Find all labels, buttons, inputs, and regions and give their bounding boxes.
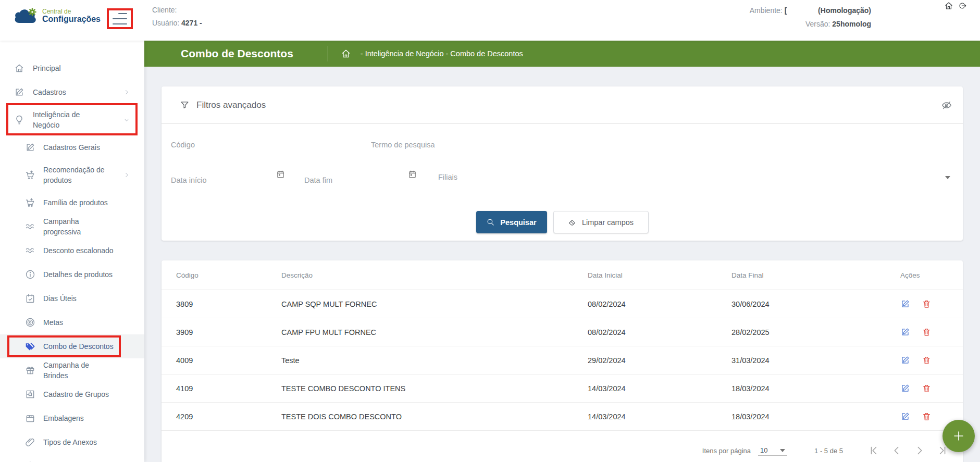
sidebar-item-cadastro-de-grupos[interactable]: Cadastro de Grupos xyxy=(0,382,144,406)
table-row[interactable]: 4209 TESTE DOIS COMBO DESCONTO 14/03/202… xyxy=(162,403,963,431)
tag-icon xyxy=(25,341,35,352)
items-per-page-select[interactable]: 10 xyxy=(758,445,787,456)
dropdown-caret-icon[interactable] xyxy=(945,176,950,179)
edit-icon[interactable] xyxy=(900,355,910,365)
cell-codigo: 4009 xyxy=(176,356,281,365)
table-row[interactable]: 4109 TESTE COMBO DESCONTO ITENS 14/03/20… xyxy=(162,374,963,403)
sidebar-item-tipos-de-anexos[interactable]: Tipos de Anexos xyxy=(0,430,144,454)
sidebar-item-label: Família de produtos xyxy=(43,197,114,208)
delete-icon[interactable] xyxy=(922,383,932,393)
home-icon xyxy=(14,63,24,73)
sidebar-item-dias-uteis[interactable]: Dias Úteis xyxy=(0,286,144,310)
cart-plus-icon xyxy=(25,197,35,208)
sidebar-item-label: Cadastros Gerais xyxy=(43,142,114,153)
calendar-check-icon xyxy=(25,293,35,304)
sidebar-item-label: Inteligência de Negócio xyxy=(33,109,106,131)
table-row[interactable]: 3909 CAMP FPU MULT FORNEC 08/02/2024 28/… xyxy=(162,318,963,346)
cart-plus-icon xyxy=(25,170,35,180)
cliente-label: Cliente: xyxy=(152,6,177,14)
table-row[interactable]: 4009 Teste 29/02/2024 31/03/2024 xyxy=(162,346,963,374)
table-row[interactable]: 3809 CAMP SQP MULT FORNEC 08/02/2024 30/… xyxy=(162,290,963,318)
lightbulb-icon xyxy=(14,115,24,125)
sidebar-item-label: Detalhes de produtos xyxy=(43,269,114,280)
sidebar-item-embalagens[interactable]: Embalagens xyxy=(0,406,144,430)
limpar-campos-button[interactable]: Limpar campos xyxy=(553,211,649,233)
sidebar-item-campanha-de-brindes[interactable]: Campanha de Brindes xyxy=(0,358,144,382)
delete-icon[interactable] xyxy=(922,299,932,309)
waves-icon xyxy=(25,221,35,232)
cell-descricao: TESTE DOIS COMBO DESCONTO xyxy=(281,413,588,421)
col-header-data-final: Data Final xyxy=(731,271,900,279)
sidebar-item-restricoes[interactable]: Restrições xyxy=(0,454,144,462)
items-per-page-value: 10 xyxy=(760,446,767,454)
sidebar-item-cadastros[interactable]: Cadastros xyxy=(0,80,144,104)
first-page-icon[interactable] xyxy=(868,445,879,456)
sidebar: Principal Cadastros Inteligência de Negó… xyxy=(0,41,144,462)
dropdown-caret-icon xyxy=(780,449,785,452)
page-title: Combo de Descontos xyxy=(181,47,293,60)
waves-icon xyxy=(25,245,35,256)
sidebar-item-combo-de-descontos[interactable]: Combo de Descontos xyxy=(0,334,144,358)
sidebar-item-familia-de-produtos[interactable]: Família de produtos xyxy=(0,191,144,215)
pesquisar-button[interactable]: Pesquisar xyxy=(476,211,547,233)
filter-funnel-icon xyxy=(180,100,190,110)
cell-descricao: TESTE COMBO DESCONTO ITENS xyxy=(281,384,588,393)
data-inicio-input[interactable] xyxy=(171,174,288,188)
calendar-icon[interactable] xyxy=(408,170,417,179)
cell-data-inicial: 14/03/2024 xyxy=(588,384,731,393)
ambiente-env: (Homologação) xyxy=(818,6,871,15)
cell-data-final: 30/06/2024 xyxy=(731,300,900,308)
sidebar-item-metas[interactable]: Metas xyxy=(0,310,144,334)
sidebar-item-desconto-escalonado[interactable]: Desconto escalonado xyxy=(0,239,144,263)
edit-icon xyxy=(25,142,35,153)
edit-icon[interactable] xyxy=(900,299,910,309)
col-header-descricao: Descrição xyxy=(281,271,588,279)
delete-icon[interactable] xyxy=(922,327,932,337)
termo-pesquisa-input[interactable] xyxy=(371,139,955,152)
sidebar-item-label: Cadastro de Grupos xyxy=(43,389,114,399)
data-fim-field xyxy=(304,174,420,188)
cell-codigo: 3909 xyxy=(176,328,281,336)
delete-icon[interactable] xyxy=(922,355,932,365)
app-logo[interactable]: Central de Configurações xyxy=(13,7,101,25)
edit-icon[interactable] xyxy=(900,327,910,337)
calendar-icon[interactable] xyxy=(276,170,285,179)
menu-toggle-button[interactable] xyxy=(110,12,129,26)
advanced-filters-panel: Filtros avançados xyxy=(162,86,963,241)
sidebar-item-label: Campanha de Brindes xyxy=(43,360,114,381)
usuario-label: Usuário: xyxy=(152,19,179,27)
breadcrumb-home-icon[interactable] xyxy=(341,48,351,59)
header-actions xyxy=(944,1,967,10)
next-page-icon[interactable] xyxy=(914,445,925,456)
sidebar-item-recomendacao-de-produtos[interactable]: Recomendação de produtos xyxy=(0,159,144,191)
sidebar-item-cadastros-gerais[interactable]: Cadastros Gerais xyxy=(0,135,144,159)
home-icon[interactable] xyxy=(944,1,953,10)
search-icon xyxy=(486,218,495,227)
termo-field xyxy=(371,139,955,152)
filiais-select[interactable] xyxy=(438,171,952,184)
filter-buttons: Pesquisar Limpar campos xyxy=(162,211,963,233)
edit-icon[interactable] xyxy=(900,411,910,421)
cell-descricao: CAMP SQP MULT FORNEC xyxy=(281,300,588,308)
sidebar-item-detalhes-de-produtos[interactable]: Detalhes de produtos xyxy=(0,263,144,286)
edit-icon[interactable] xyxy=(900,383,910,393)
chevron-right-icon xyxy=(123,172,130,178)
frame-icon xyxy=(25,389,35,399)
previous-page-icon[interactable] xyxy=(891,445,902,456)
package-icon xyxy=(25,413,35,423)
page-title-bar: Combo de Descontos - Inteligência de Neg… xyxy=(144,41,980,67)
codigo-input[interactable] xyxy=(171,139,352,152)
logout-icon[interactable] xyxy=(958,1,967,10)
filiais-field xyxy=(438,171,952,184)
pagination: Itens por página 10 1 - 5 de 5 xyxy=(702,441,948,460)
sidebar-item-principal[interactable]: Principal xyxy=(0,56,144,80)
sidebar-item-campanha-progressiva[interactable]: Campanha progressiva xyxy=(0,215,144,239)
sidebar-item-label: Embalagens xyxy=(43,413,114,423)
delete-icon[interactable] xyxy=(922,411,932,421)
sidebar-item-inteligencia-de-negocio[interactable]: Inteligência de Negócio xyxy=(0,104,144,135)
filters-header: Filtros avançados xyxy=(162,86,963,124)
info-icon xyxy=(25,269,35,280)
data-fim-input[interactable] xyxy=(304,174,420,188)
eye-off-icon[interactable] xyxy=(941,99,952,111)
add-button[interactable] xyxy=(942,420,975,452)
